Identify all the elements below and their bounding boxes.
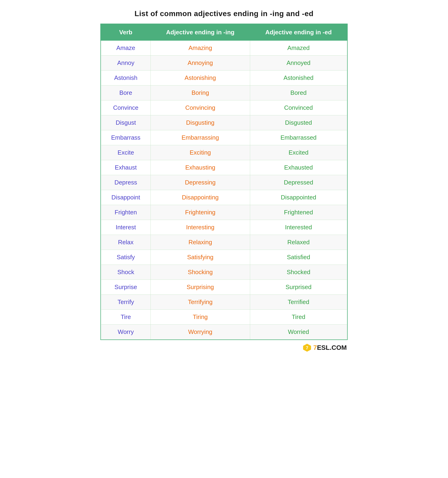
cell-ing: Amazing (151, 40, 250, 56)
cell-ing: Interesting (151, 220, 250, 235)
header-ed: Adjective ending in -ed (250, 24, 347, 40)
header-verb: Verb (101, 24, 151, 40)
cell-ing: Astonishing (151, 70, 250, 85)
table-row: TerrifyTerrifyingTerrified (101, 295, 347, 310)
table-row: ShockShockingShocked (101, 265, 347, 280)
cell-verb: Relax (101, 235, 151, 250)
cell-ed: Embarrassed (250, 130, 347, 145)
table-row: TireTiringTired (101, 310, 347, 325)
cell-ing: Annoying (151, 56, 250, 70)
table-row: SatisfySatisfyingSatisfied (101, 250, 347, 265)
cell-verb: Frighten (101, 205, 151, 220)
cell-verb: Depress (101, 175, 151, 190)
cell-verb: Satisfy (101, 250, 151, 265)
cell-verb: Disappoint (101, 190, 151, 205)
cell-verb: Astonish (101, 70, 151, 85)
cell-ed: Depressed (250, 175, 347, 190)
cell-ed: Surprised (250, 280, 347, 295)
logo-text: 7ESL.COM (313, 344, 347, 352)
cell-ing: Exciting (151, 145, 250, 160)
table-wrapper: Verb Adjective ending in -ing Adjective … (100, 24, 348, 340)
cell-verb: Bore (101, 85, 151, 101)
cell-verb: Surprise (101, 280, 151, 295)
table-header-row: Verb Adjective ending in -ing Adjective … (101, 24, 347, 40)
cell-ing: Disappointing (151, 190, 250, 205)
cell-ing: Satisfying (151, 250, 250, 265)
cell-ed: Tired (250, 310, 347, 325)
cell-ed: Astonished (250, 70, 347, 85)
cell-ing: Convincing (151, 101, 250, 115)
cell-ed: Excited (250, 145, 347, 160)
cell-ed: Terrified (250, 295, 347, 310)
logo-area: 7 7ESL.COM (100, 343, 348, 352)
adjectives-table: Verb Adjective ending in -ing Adjective … (101, 24, 347, 340)
header-ing: Adjective ending in -ing (151, 24, 250, 40)
logo-box: 7 7ESL.COM (303, 343, 347, 352)
table-row: WorryWorryingWorried (101, 325, 347, 340)
logo-icon: 7 (303, 343, 312, 352)
cell-ing: Embarrassing (151, 130, 250, 145)
page-title: List of common adjectives ending in -ing… (100, 9, 348, 18)
cell-ing: Disgusting (151, 115, 250, 130)
table-row: DepressDepressingDepressed (101, 175, 347, 190)
cell-verb: Interest (101, 220, 151, 235)
table-row: InterestInterestingInterested (101, 220, 347, 235)
table-row: BoreBoringBored (101, 85, 347, 101)
svg-text:7: 7 (306, 346, 308, 350)
cell-ed: Bored (250, 85, 347, 101)
cell-ed: Interested (250, 220, 347, 235)
cell-ed: Disgusted (250, 115, 347, 130)
cell-verb: Tire (101, 310, 151, 325)
cell-ed: Annoyed (250, 56, 347, 70)
table-row: ExciteExcitingExcited (101, 145, 347, 160)
cell-ing: Terrifying (151, 295, 250, 310)
cell-verb: Convince (101, 101, 151, 115)
cell-ed: Disappointed (250, 190, 347, 205)
cell-verb: Terrify (101, 295, 151, 310)
table-row: AnnoyAnnoyingAnnoyed (101, 56, 347, 70)
cell-ing: Worrying (151, 325, 250, 340)
table-row: DisappointDisappointingDisappointed (101, 190, 347, 205)
cell-ing: Frightening (151, 205, 250, 220)
cell-ed: Worried (250, 325, 347, 340)
cell-ing: Surprising (151, 280, 250, 295)
cell-ed: Satisfied (250, 250, 347, 265)
table-row: DisgustDisgustingDisgusted (101, 115, 347, 130)
cell-verb: Exhaust (101, 160, 151, 175)
cell-ing: Tiring (151, 310, 250, 325)
cell-ing: Relaxing (151, 235, 250, 250)
table-row: EmbarrassEmbarrassingEmbarrassed (101, 130, 347, 145)
cell-verb: Annoy (101, 56, 151, 70)
cell-ed: Relaxed (250, 235, 347, 250)
table-row: ConvinceConvincingConvinced (101, 101, 347, 115)
cell-ing: Exhausting (151, 160, 250, 175)
cell-ed: Frightened (250, 205, 347, 220)
table-row: RelaxRelaxingRelaxed (101, 235, 347, 250)
cell-ed: Amazed (250, 40, 347, 56)
cell-ing: Shocking (151, 265, 250, 280)
table-row: AmazeAmazingAmazed (101, 40, 347, 56)
cell-verb: Worry (101, 325, 151, 340)
table-row: AstonishAstonishingAstonished (101, 70, 347, 85)
cell-ed: Exhausted (250, 160, 347, 175)
cell-ing: Boring (151, 85, 250, 101)
table-row: ExhaustExhaustingExhausted (101, 160, 347, 175)
cell-ing: Depressing (151, 175, 250, 190)
page-container: List of common adjectives ending in -ing… (100, 9, 348, 352)
cell-ed: Shocked (250, 265, 347, 280)
cell-verb: Disgust (101, 115, 151, 130)
cell-ed: Convinced (250, 101, 347, 115)
cell-verb: Embarrass (101, 130, 151, 145)
cell-verb: Shock (101, 265, 151, 280)
cell-verb: Excite (101, 145, 151, 160)
table-row: SurpriseSurprisingSurprised (101, 280, 347, 295)
cell-verb: Amaze (101, 40, 151, 56)
table-row: FrightenFrighteningFrightened (101, 205, 347, 220)
